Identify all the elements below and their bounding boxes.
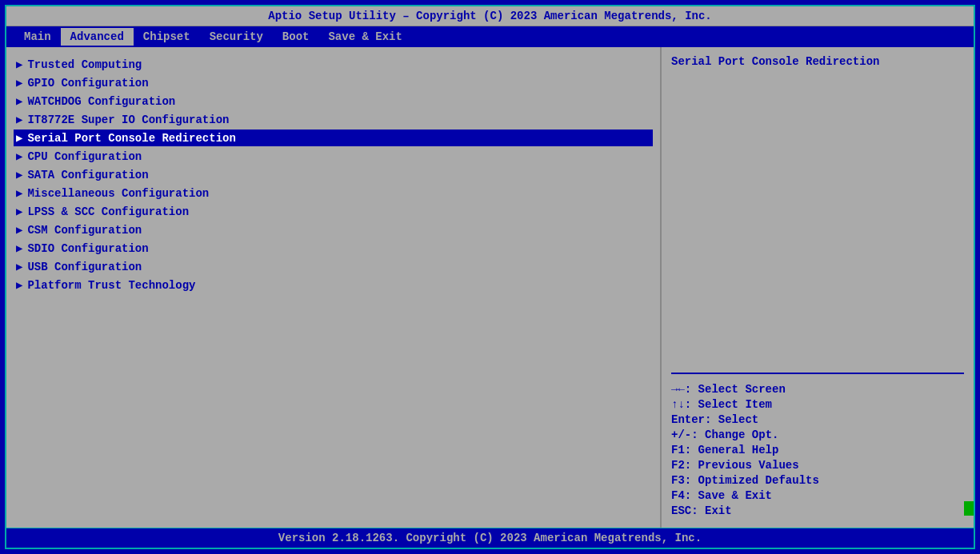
arrow-icon: ▶ bbox=[16, 168, 22, 181]
key-label: F2: bbox=[671, 459, 698, 472]
list-item-label: SDIO Configuration bbox=[27, 242, 148, 255]
arrow-icon: ▶ bbox=[16, 113, 22, 126]
list-item-label: Platform Trust Technology bbox=[27, 279, 195, 292]
list-item-sata[interactable]: ▶ SATA Configuration bbox=[13, 165, 654, 184]
right-panel: Serial Port Console Redirection →←: Sele… bbox=[662, 47, 974, 528]
key-label: F3: bbox=[671, 474, 698, 487]
key-action: Select Screen bbox=[698, 383, 786, 396]
list-item-csm[interactable]: ▶ CSM Configuration bbox=[13, 221, 654, 239]
arrow-icon: ▶ bbox=[16, 76, 22, 90]
key-label: Enter: bbox=[671, 413, 718, 426]
list-item-label: Serial Port Console Redirection bbox=[27, 132, 235, 145]
arrow-icon: ▶ bbox=[16, 94, 22, 108]
list-item-misc[interactable]: ▶ Miscellaneous Configuration bbox=[13, 184, 654, 202]
list-item-label: Trusted Computing bbox=[27, 58, 142, 71]
list-item-gpio[interactable]: ▶ GPIO Configuration bbox=[13, 74, 654, 92]
arrow-icon: ▶ bbox=[16, 241, 22, 255]
arrow-icon: ▶ bbox=[16, 149, 22, 163]
arrow-icon: ▶ bbox=[16, 131, 22, 145]
title-text: Aptio Setup Utility – Copyright (C) 2023… bbox=[268, 10, 712, 22]
list-item-lpss[interactable]: ▶ LPSS & SCC Configuration bbox=[13, 202, 654, 221]
help-title: Serial Port Console Redirection bbox=[671, 55, 964, 366]
title-bar: Aptio Setup Utility – Copyright (C) 2023… bbox=[6, 6, 974, 26]
key-f2: F2: Previous Values bbox=[671, 459, 964, 472]
key-action: Select Item bbox=[698, 398, 772, 411]
list-item-it8772e[interactable]: ▶ IT8772E Super IO Configuration bbox=[13, 110, 654, 129]
list-item-watchdog[interactable]: ▶ WATCHDOG Configuration bbox=[13, 92, 654, 110]
key-action: Exit bbox=[705, 504, 732, 517]
arrow-icon: ▶ bbox=[16, 205, 22, 218]
key-label: ESC: bbox=[671, 504, 705, 517]
menu-item-boot[interactable]: Boot bbox=[273, 28, 319, 46]
menu-bar: Main Advanced Chipset Security Boot Save… bbox=[6, 26, 974, 47]
key-select-item: ↑↓: Select Item bbox=[671, 398, 964, 411]
key-label: F4: bbox=[671, 489, 698, 502]
list-item-label: CPU Configuration bbox=[27, 150, 142, 163]
key-action: Select bbox=[718, 413, 758, 426]
arrow-icon: ▶ bbox=[16, 186, 22, 200]
list-item-cpu[interactable]: ▶ CPU Configuration bbox=[13, 147, 654, 165]
key-action: Save & Exit bbox=[698, 489, 772, 502]
key-action: Previous Values bbox=[698, 459, 799, 472]
list-item-platform-trust[interactable]: ▶ Platform Trust Technology bbox=[13, 276, 654, 294]
menu-item-save-exit[interactable]: Save & Exit bbox=[318, 28, 411, 46]
list-item-label: WATCHDOG Configuration bbox=[27, 95, 175, 108]
arrow-icon: ▶ bbox=[16, 223, 22, 237]
content-area: ▶ Trusted Computing ▶ GPIO Configuration… bbox=[6, 47, 974, 528]
left-panel: ▶ Trusted Computing ▶ GPIO Configuration… bbox=[6, 47, 662, 528]
list-item-label: GPIO Configuration bbox=[27, 77, 148, 90]
key-esc: ESC: Exit bbox=[671, 504, 964, 517]
list-item-sdio[interactable]: ▶ SDIO Configuration bbox=[13, 239, 654, 257]
key-select-screen: →←: Select Screen bbox=[671, 383, 964, 396]
list-item-label: USB Configuration bbox=[27, 261, 142, 273]
menu-item-advanced[interactable]: Advanced bbox=[61, 28, 134, 46]
status-bar: Version 2.18.1263. Copyright (C) 2023 Am… bbox=[6, 528, 974, 548]
key-label: +/-: bbox=[671, 428, 705, 441]
list-item-label: CSM Configuration bbox=[27, 224, 142, 237]
green-indicator bbox=[964, 501, 974, 516]
status-text: Version 2.18.1263. Copyright (C) 2023 Am… bbox=[278, 532, 702, 544]
list-item-trusted-computing[interactable]: ▶ Trusted Computing bbox=[13, 55, 654, 74]
list-item-label: SATA Configuration bbox=[27, 169, 148, 181]
list-item-label: IT8772E Super IO Configuration bbox=[27, 114, 229, 126]
bios-window: Aptio Setup Utility – Copyright (C) 2023… bbox=[5, 5, 975, 549]
divider bbox=[671, 373, 964, 374]
arrow-icon: ▶ bbox=[16, 278, 22, 292]
arrow-icon: ▶ bbox=[16, 58, 22, 71]
arrow-icon: ▶ bbox=[16, 260, 22, 273]
advanced-menu-list: ▶ Trusted Computing ▶ GPIO Configuration… bbox=[13, 55, 654, 294]
key-label: F1: bbox=[671, 444, 698, 456]
key-action: Optimized Defaults bbox=[698, 474, 819, 487]
menu-item-chipset[interactable]: Chipset bbox=[134, 28, 200, 46]
key-action: Change Opt. bbox=[705, 428, 778, 441]
menu-item-main[interactable]: Main bbox=[14, 28, 61, 46]
key-enter: Enter: Select bbox=[671, 413, 964, 426]
key-help-section: →←: Select Screen ↑↓: Select Item Enter:… bbox=[671, 381, 964, 520]
key-change-opt: +/-: Change Opt. bbox=[671, 428, 964, 441]
list-item-label: LPSS & SCC Configuration bbox=[27, 205, 189, 218]
key-f4: F4: Save & Exit bbox=[671, 489, 964, 502]
key-label: ↑↓: bbox=[671, 398, 698, 411]
list-item-serial-port[interactable]: ▶ Serial Port Console Redirection bbox=[13, 129, 654, 147]
key-f3: F3: Optimized Defaults bbox=[671, 474, 964, 487]
list-item-usb[interactable]: ▶ USB Configuration bbox=[13, 257, 654, 276]
menu-item-security[interactable]: Security bbox=[200, 28, 273, 46]
key-label: →←: bbox=[671, 383, 698, 396]
key-action: General Help bbox=[698, 444, 779, 456]
list-item-label: Miscellaneous Configuration bbox=[27, 187, 209, 200]
key-f1: F1: General Help bbox=[671, 444, 964, 456]
